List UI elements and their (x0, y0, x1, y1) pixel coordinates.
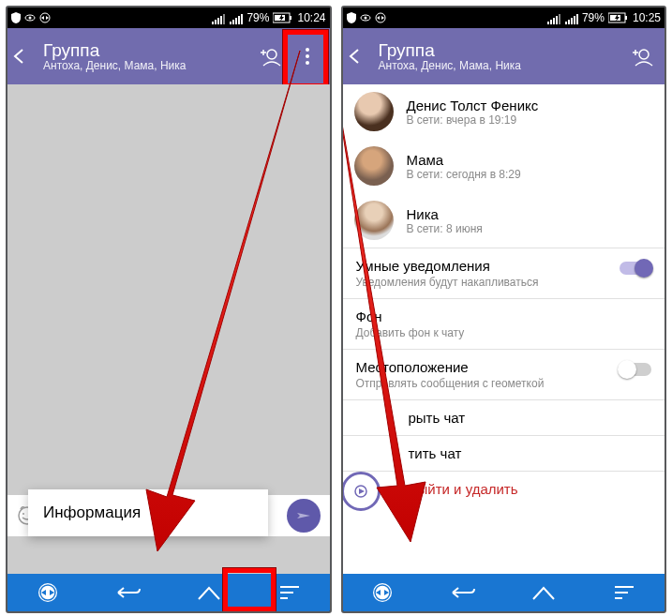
setting-location[interactable]: Местоположение Отправлять сообщения с ге… (343, 349, 665, 399)
eye-icon (360, 12, 371, 23)
battery-percent: 79% (582, 11, 605, 24)
setting-clear-chat[interactable]: тить чат (343, 435, 665, 471)
svg-point-8 (22, 513, 24, 515)
back-nav-button[interactable] (449, 578, 477, 607)
nav-bar (7, 574, 330, 611)
shield-icon (11, 12, 21, 23)
setting-background[interactable]: Фон Добавить фон к чату (343, 298, 665, 349)
clock: 10:24 (297, 11, 325, 24)
app-header: Группа Антоха, Денис, Мама, Ника (343, 28, 665, 84)
back-button[interactable] (347, 48, 375, 65)
chat-body: Напишите сообщение Информация (7, 84, 330, 574)
phone-right: 79% 10:25 Группа Антоха, Денис, Мама, Ни… (341, 6, 667, 613)
highlight-box (283, 30, 328, 88)
battery-percent: 79% (246, 11, 269, 24)
app-header: Группа Антоха, Денис, Мама, Ника (7, 28, 330, 84)
battery-icon (273, 12, 293, 23)
svg-rect-16 (625, 16, 627, 20)
svg-point-13 (364, 17, 366, 20)
list-item[interactable]: Денис Толст ФениксВ сети: вчера в 19:19 (343, 84, 665, 139)
home-nav-button[interactable] (195, 578, 223, 607)
add-member-button[interactable] (623, 38, 661, 75)
teamviewer-nav-icon[interactable] (368, 578, 396, 607)
highlight-box (223, 568, 276, 611)
clock: 10:25 (633, 11, 661, 24)
list-item[interactable]: НикаВ сети: 8 июня (343, 193, 665, 248)
signal-icon (564, 11, 578, 24)
setting-smart-notifications[interactable]: Умные уведомления Уведомления будут нака… (343, 248, 665, 298)
setting-hide-chat[interactable]: рыть чат (343, 399, 665, 435)
chat-title: Группа (379, 41, 624, 59)
signal-icon (546, 11, 560, 24)
avatar (354, 146, 394, 186)
chat-subtitle: Антоха, Денис, Мама, Ника (43, 59, 251, 72)
shield-icon (347, 12, 356, 23)
svg-rect-4 (290, 16, 291, 20)
popup-menu-item[interactable]: Информация (28, 489, 268, 536)
avatar (354, 92, 394, 131)
avatar (354, 201, 394, 240)
setting-leave-delete[interactable]: Выйти и удалить (343, 471, 665, 506)
chat-title: Группа (43, 41, 251, 59)
send-button[interactable] (287, 499, 321, 533)
back-button[interactable] (11, 48, 39, 65)
toggle-switch[interactable] (620, 363, 651, 376)
battery-icon (608, 12, 629, 23)
svg-rect-5 (275, 15, 285, 21)
info-panel: Денис Толст ФениксВ сети: вчера в 19:19 … (343, 84, 665, 574)
phone-left: 79% 10:24 Группа Антоха, Денис, Мама, Ни… (6, 6, 332, 613)
status-bar: 79% 10:25 (343, 8, 665, 28)
toggle-switch[interactable] (620, 262, 651, 275)
teamviewer-nav-icon[interactable] (34, 578, 62, 607)
signal-icon (229, 11, 243, 24)
recent-nav-button[interactable] (610, 578, 638, 607)
list-item[interactable]: МамаВ сети: сегодня в 8:29 (343, 139, 665, 193)
svg-point-1 (29, 17, 32, 20)
svg-point-18 (639, 50, 649, 59)
teamviewer-icon (39, 12, 51, 23)
svg-point-6 (267, 50, 276, 59)
nav-bar (343, 574, 665, 611)
home-nav-button[interactable] (530, 578, 558, 607)
signal-icon (211, 11, 225, 24)
send-record-button[interactable] (343, 472, 381, 511)
chat-subtitle: Антоха, Денис, Мама, Ника (379, 59, 624, 72)
svg-rect-17 (610, 15, 620, 21)
eye-icon (24, 12, 36, 23)
recent-nav-button[interactable] (276, 578, 304, 607)
teamviewer-icon (375, 12, 386, 23)
back-nav-button[interactable] (114, 578, 142, 607)
status-bar: 79% 10:24 (7, 8, 330, 28)
